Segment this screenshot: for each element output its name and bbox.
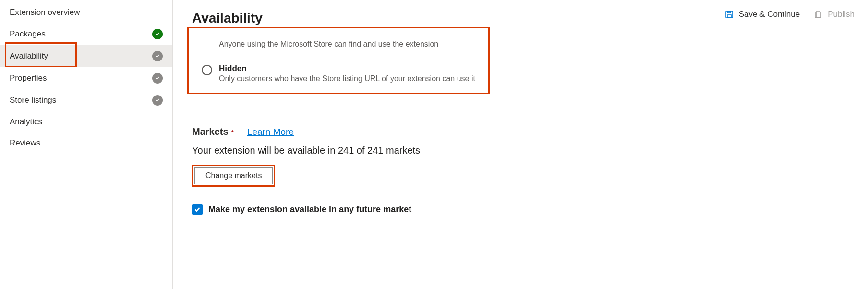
header-actions: Save & Continue Publish	[724, 10, 855, 19]
sidebar-item-label: Properties	[10, 73, 47, 83]
sidebar-nav: Extension overview Packages Availability…	[0, 0, 173, 289]
markets-heading: Markets	[192, 126, 229, 137]
sidebar-item-packages[interactable]: Packages	[0, 23, 172, 45]
markets-section: Markets * Learn More Your extension will…	[192, 126, 849, 215]
check-circle-icon	[152, 29, 163, 39]
radio-icon[interactable]	[202, 65, 212, 75]
sidebar-item-reviews[interactable]: Reviews	[0, 132, 172, 154]
sidebar-item-label: Extension overview	[10, 8, 80, 17]
future-markets-checkbox-row[interactable]: Make my extension available in any futur…	[192, 204, 849, 215]
visibility-hidden-desc: Only customers who have the Store listin…	[219, 74, 475, 83]
publish-icon	[813, 10, 823, 19]
visibility-option-public[interactable]: Anyone using the Microsoft Store can fin…	[202, 37, 839, 50]
sidebar-item-properties[interactable]: Properties	[0, 67, 172, 89]
sidebar-item-label: Analytics	[10, 117, 42, 127]
save-icon	[724, 10, 734, 19]
svg-rect-1	[727, 11, 731, 13]
visibility-option-hidden[interactable]: Hidden Only customers who have the Store…	[202, 62, 839, 85]
main-content: Availability Anyone using the Microsoft …	[173, 0, 868, 289]
sidebar-item-label: Reviews	[10, 138, 40, 148]
visibility-options: Anyone using the Microsoft Store can fin…	[192, 32, 849, 92]
sidebar-item-extension-overview[interactable]: Extension overview	[0, 2, 172, 23]
markets-count-text: Your extension will be available in 241 …	[192, 145, 849, 156]
change-markets-button[interactable]: Change markets	[194, 167, 273, 184]
check-circle-icon	[152, 73, 163, 84]
sidebar-item-label: Store listings	[10, 96, 56, 105]
check-circle-icon	[152, 51, 163, 61]
svg-rect-2	[727, 15, 731, 18]
check-circle-icon	[152, 95, 163, 106]
sidebar-item-availability[interactable]: Availability	[0, 45, 172, 67]
future-markets-label: Make my extension available in any futur…	[208, 205, 411, 215]
checkbox-checked-icon[interactable]	[192, 204, 203, 215]
visibility-hidden-title: Hidden	[219, 64, 475, 73]
save-continue-button[interactable]: Save & Continue	[724, 10, 800, 19]
annotation-highlight: Change markets	[192, 165, 275, 187]
sidebar-item-analytics[interactable]: Analytics	[0, 111, 172, 132]
learn-more-link[interactable]: Learn More	[247, 127, 294, 137]
sidebar-item-label: Packages	[10, 29, 46, 39]
required-indicator: *	[231, 129, 234, 136]
visibility-public-desc: Anyone using the Microsoft Store can fin…	[219, 40, 438, 48]
svg-rect-0	[726, 11, 733, 18]
publish-button: Publish	[813, 10, 855, 19]
sidebar-item-store-listings[interactable]: Store listings	[0, 89, 172, 111]
sidebar-item-label: Availability	[10, 51, 48, 61]
